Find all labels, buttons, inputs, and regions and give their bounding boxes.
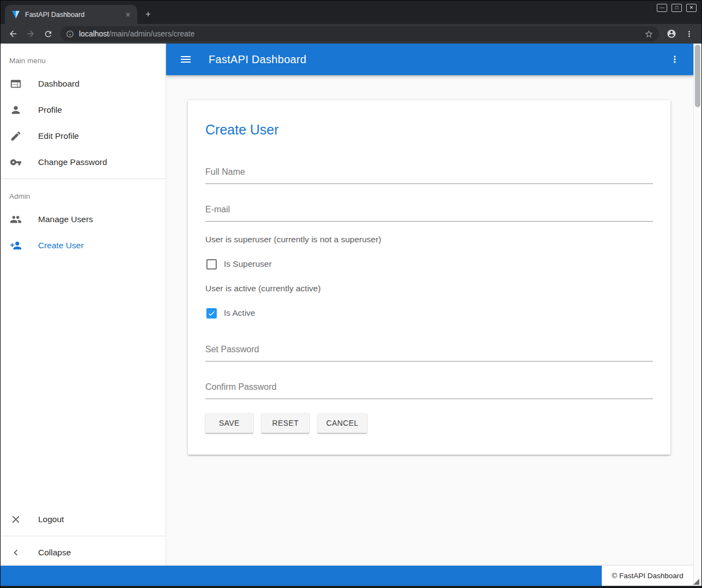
url-text: localhost/main/admin/users/create: [79, 29, 194, 38]
sidebar-section-main-menu: Main menu: [1, 47, 166, 71]
sidebar-item-label: Create User: [38, 241, 84, 250]
person-add-icon: [9, 239, 22, 252]
key-icon: [9, 156, 22, 169]
reload-icon[interactable]: [40, 26, 56, 41]
forward-icon[interactable]: [22, 26, 39, 41]
bookmark-star-icon[interactable]: [644, 29, 654, 39]
sidebar-divider: [1, 179, 166, 179]
sidebar-item-label: Profile: [38, 105, 62, 115]
set-password-field: [205, 337, 653, 362]
full-name-input[interactable]: [205, 160, 653, 184]
dashboard-icon: [9, 77, 22, 90]
sidebar-section-admin: Admin: [1, 182, 166, 206]
sidebar-item-label: Manage Users: [38, 215, 93, 224]
app-title: FastAPI Dashboard: [209, 53, 307, 66]
pencil-icon: [9, 130, 22, 143]
main-area: FastAPI Dashboard Create User: [166, 44, 693, 566]
address-bar[interactable]: localhost/main/admin/users/create: [60, 26, 659, 41]
app-footer: © FastAPI Dashboard: [1, 566, 693, 586]
sidebar: Main menu Dashboard Profile: [1, 44, 166, 566]
footer-copyright: © FastAPI Dashboard: [602, 566, 693, 586]
tab-close-icon[interactable]: [123, 10, 133, 20]
window-resize-grip[interactable]: [693, 579, 699, 585]
active-hint: User is active (currently active): [205, 284, 653, 293]
sidebar-item-profile[interactable]: Profile: [1, 97, 166, 123]
close-icon: [9, 513, 22, 526]
sidebar-item-label: Logout: [38, 514, 64, 524]
sidebar-item-edit-profile[interactable]: Edit Profile: [1, 123, 166, 149]
page-viewport: Main menu Dashboard Profile: [1, 44, 701, 586]
sidebar-item-manage-users[interactable]: Manage Users: [1, 206, 166, 232]
set-password-input[interactable]: [205, 337, 653, 362]
tab-title: FastAPI Dashboard: [25, 11, 118, 19]
sidebar-item-label: Collapse: [38, 548, 71, 558]
is-superuser-checkbox-row[interactable]: Is Superuser: [206, 256, 652, 272]
is-active-label: Is Active: [224, 308, 255, 318]
is-superuser-label: Is Superuser: [224, 259, 272, 269]
new-tab-button[interactable]: [141, 7, 156, 22]
browser-tab-strip: FastAPI Dashboard — □ ✕: [1, 1, 701, 24]
app-bar: FastAPI Dashboard: [166, 44, 693, 75]
url-path: /main/admin/users/create: [109, 29, 194, 38]
cancel-button[interactable]: CANCEL: [318, 413, 367, 433]
url-host: localhost: [79, 29, 109, 38]
form-actions: SAVE RESET CANCEL: [205, 413, 653, 433]
people-icon: [9, 213, 22, 226]
vuetify-favicon: [11, 10, 20, 19]
sidebar-item-change-password[interactable]: Change Password: [1, 149, 166, 175]
browser-toolbar: localhost/main/admin/users/create: [1, 24, 701, 44]
sidebar-item-logout[interactable]: Logout: [1, 506, 166, 532]
sidebar-spacer: [1, 259, 166, 506]
is-active-checkbox[interactable]: [206, 308, 217, 318]
confirm-password-field: [205, 375, 653, 399]
hamburger-menu-icon[interactable]: [175, 48, 197, 70]
full-name-field: [205, 160, 653, 184]
sidebar-item-label: Edit Profile: [38, 131, 79, 141]
chevron-left-icon: [9, 546, 22, 559]
window-controls: — □ ✕: [657, 4, 697, 12]
person-icon: [9, 103, 22, 117]
page-scrollbar[interactable]: [693, 44, 701, 586]
create-user-card: Create User User is superuser (currently…: [188, 100, 670, 455]
back-icon[interactable]: [5, 26, 21, 41]
page-title: Create User: [205, 122, 653, 138]
site-info-icon[interactable]: [66, 30, 74, 38]
sidebar-item-label: Dashboard: [38, 79, 80, 89]
reset-button[interactable]: RESET: [261, 413, 309, 433]
close-button[interactable]: ✕: [686, 4, 697, 12]
profile-avatar-icon[interactable]: [663, 26, 680, 41]
browser-tab[interactable]: FastAPI Dashboard: [5, 5, 137, 24]
browser-menu-icon[interactable]: [681, 26, 697, 41]
save-button[interactable]: SAVE: [205, 413, 253, 433]
footer-bar: [1, 566, 602, 586]
email-input[interactable]: [205, 197, 653, 222]
scrollbar-thumb[interactable]: [695, 45, 700, 107]
app-overflow-menu-icon[interactable]: [664, 48, 686, 70]
confirm-password-input[interactable]: [205, 375, 653, 399]
sidebar-item-create-user[interactable]: Create User: [1, 232, 166, 259]
sidebar-item-dashboard[interactable]: Dashboard: [1, 71, 166, 97]
minimize-button[interactable]: —: [657, 4, 667, 12]
sidebar-divider: [1, 536, 166, 536]
maximize-button[interactable]: □: [672, 4, 682, 12]
email-field: [205, 197, 653, 222]
superuser-hint: User is superuser (currently is not a su…: [205, 235, 653, 244]
is-superuser-checkbox[interactable]: [206, 259, 217, 270]
sidebar-item-collapse[interactable]: Collapse: [1, 540, 166, 566]
sidebar-item-label: Change Password: [38, 157, 107, 167]
browser-window: FastAPI Dashboard — □ ✕ localhos: [0, 0, 702, 588]
content-area: Create User User is superuser (currently…: [166, 75, 693, 566]
is-active-checkbox-row[interactable]: Is Active: [206, 305, 652, 321]
